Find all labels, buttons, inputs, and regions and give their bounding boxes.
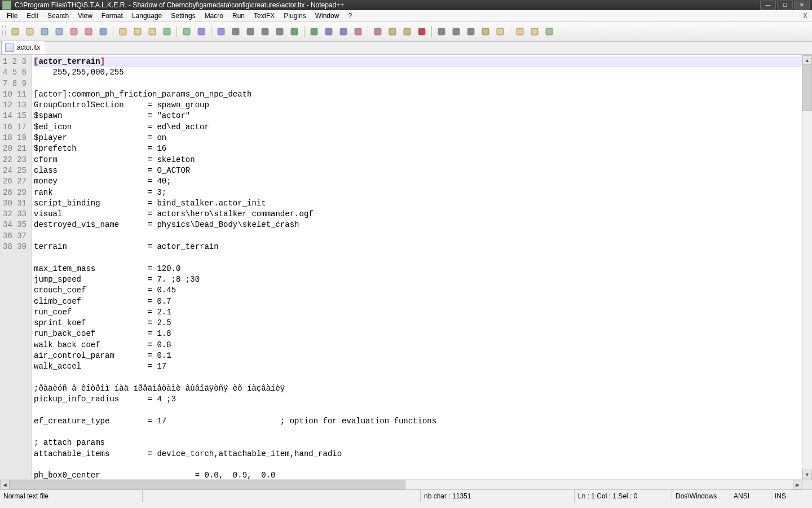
cut-button[interactable] [117, 25, 129, 38]
maximize-button[interactable]: ☐ [777, 1, 793, 10]
svg-rect-1 [27, 28, 33, 35]
svg-rect-20 [325, 28, 332, 35]
svg-rect-0 [12, 28, 19, 35]
menu-file[interactable]: File [2, 11, 22, 21]
svg-rect-3 [56, 28, 63, 35]
menu-search[interactable]: Search [43, 11, 73, 21]
svg-rect-15 [247, 28, 254, 35]
menu-window[interactable]: Window [311, 11, 344, 21]
doc-map-button[interactable] [514, 25, 526, 38]
save-all-button[interactable] [53, 25, 65, 38]
menubar: File Edit Search View Format Language Se… [0, 10, 812, 22]
svg-rect-13 [218, 28, 224, 35]
menu-edit[interactable]: Edit [22, 11, 43, 21]
menu-view[interactable]: View [73, 11, 97, 21]
replace-button[interactable] [215, 25, 227, 38]
svg-rect-27 [438, 28, 445, 35]
code-area[interactable]: [actor_terrain] 255,255,000,255 [actor]:… [32, 55, 802, 479]
macro-play-button[interactable] [450, 25, 462, 38]
horizontal-scroll-track[interactable] [10, 480, 793, 489]
window-titlebar: C:\Program Files\THQ\S.T.A.L.K.E.R. - Sh… [0, 0, 812, 10]
close-file-button[interactable] [68, 25, 80, 38]
monitor-button[interactable] [543, 25, 555, 38]
svg-rect-18 [291, 28, 298, 35]
macro-multi-button[interactable] [465, 25, 477, 38]
window-title: C:\Program Files\THQ\S.T.A.L.K.E.R. - Sh… [15, 1, 759, 9]
find-button[interactable] [195, 25, 208, 38]
toolbar-separator [304, 26, 304, 37]
vertical-scroll-thumb[interactable] [802, 64, 812, 111]
tabbar: actor.ltx [0, 42, 812, 55]
zoom-in-button[interactable] [288, 25, 301, 38]
menu-settings[interactable]: Settings [166, 11, 200, 21]
tab-actor-ltx[interactable]: actor.ltx [1, 41, 46, 54]
statusbar: Normal text file nb char : 11351 Ln : 1 … [0, 489, 812, 502]
print-button[interactable] [97, 25, 109, 38]
toolbar-grip[interactable] [2, 26, 6, 37]
sync-v-button[interactable] [323, 25, 335, 38]
svg-rect-22 [355, 28, 361, 35]
window-controls: — ☐ ✕ [759, 1, 810, 10]
svg-rect-32 [517, 28, 523, 35]
app-icon [2, 1, 11, 10]
close-document-button[interactable]: X [798, 12, 812, 20]
svg-rect-25 [404, 28, 411, 35]
copy-button[interactable] [131, 25, 144, 38]
toggle-fold-button[interactable] [352, 25, 364, 38]
save-file-button[interactable] [38, 25, 51, 38]
toolbar-separator [510, 26, 510, 37]
scroll-down-arrow-icon[interactable]: ▼ [802, 470, 812, 479]
open-file-button[interactable] [24, 25, 36, 38]
toggle-bookmark-button[interactable] [372, 25, 384, 38]
find-in-files-button[interactable] [386, 25, 399, 38]
status-position: Ln : 1 Col : 1 Sel : 0 [575, 490, 672, 502]
spell-check-button[interactable] [494, 25, 506, 38]
svg-rect-26 [418, 28, 425, 35]
svg-rect-16 [262, 28, 268, 35]
macro-record-button[interactable] [416, 25, 428, 38]
function-list-button[interactable] [401, 25, 413, 38]
toolbar-separator [113, 26, 113, 37]
menu-plugins[interactable]: Plugins [279, 11, 310, 21]
scroll-right-arrow-icon[interactable]: ▶ [793, 480, 802, 489]
minimize-button[interactable]: — [760, 1, 776, 10]
macro-save-button[interactable] [479, 25, 492, 38]
svg-rect-30 [482, 28, 489, 35]
status-encoding: ANSI [730, 490, 771, 502]
line-number-gutter[interactable]: 1 2 3 4 5 6 7 8 9 10 11 12 13 14 15 16 1… [0, 55, 32, 479]
toolbar-separator [211, 26, 211, 37]
close-button[interactable]: ✕ [794, 1, 810, 10]
macro-stop-button[interactable] [435, 25, 448, 38]
user-lang-button[interactable] [273, 25, 286, 38]
status-filetype: Normal text file [0, 490, 143, 502]
close-all-button[interactable] [82, 25, 95, 38]
undo-button[interactable] [161, 25, 173, 38]
svg-rect-6 [100, 28, 107, 35]
menu-format[interactable]: Format [97, 11, 127, 21]
svg-rect-33 [531, 28, 538, 35]
sync-h-button[interactable] [337, 25, 350, 38]
scroll-corner [802, 480, 812, 489]
menu-macro[interactable]: Macro [200, 11, 228, 21]
zoom-out-button[interactable] [308, 25, 320, 38]
menu-help[interactable]: ? [343, 11, 356, 21]
menu-textfx[interactable]: TextFX [249, 11, 279, 21]
file-icon [5, 43, 14, 52]
menu-run[interactable]: Run [228, 11, 249, 21]
open-folder-button[interactable] [528, 25, 541, 38]
toolbar-separator [176, 26, 177, 37]
menu-language[interactable]: Language [127, 11, 166, 21]
redo-button[interactable] [180, 25, 193, 38]
show-all-button[interactable] [244, 25, 257, 38]
horizontal-scrollbar[interactable]: ◀ ▶ [0, 479, 812, 489]
indent-guide-button[interactable] [259, 25, 271, 38]
word-wrap-button[interactable] [230, 25, 242, 38]
scroll-left-arrow-icon[interactable]: ◀ [0, 480, 10, 489]
new-file-button[interactable] [9, 25, 21, 38]
horizontal-scroll-thumb[interactable] [10, 480, 405, 489]
paste-button[interactable] [146, 25, 158, 38]
scroll-up-arrow-icon[interactable]: ▲ [802, 55, 812, 65]
status-chars: nb char : 11351 [421, 490, 575, 502]
vertical-scrollbar[interactable]: ▲ ▼ [802, 55, 812, 479]
svg-rect-34 [546, 28, 553, 35]
